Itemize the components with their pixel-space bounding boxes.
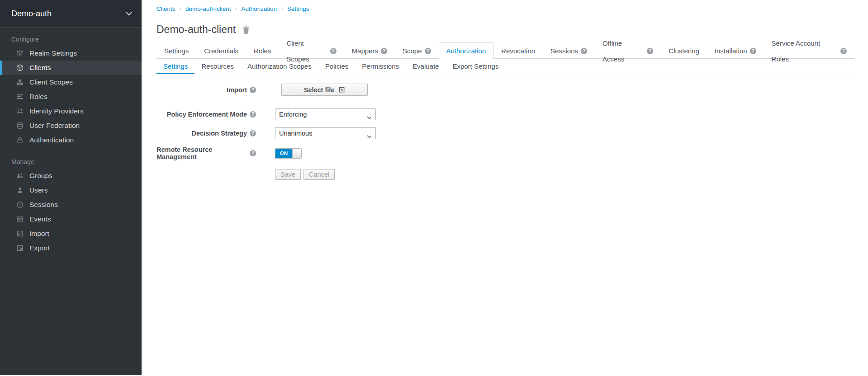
sidebar-item-users[interactable]: Users [0, 183, 142, 197]
arrows-swap-icon [16, 108, 24, 115]
export-icon [16, 244, 24, 252]
save-button[interactable]: Save [275, 169, 301, 180]
form-actions: Save Cancel [275, 168, 854, 180]
help-icon[interactable] [425, 48, 431, 54]
help-icon[interactable] [840, 48, 847, 54]
form-row-decision-strategy: Decision Strategy Unanimous [157, 127, 854, 139]
cube-icon [16, 64, 24, 71]
breadcrumb-link-authorization[interactable]: Authorization [241, 5, 277, 12]
import-icon [338, 86, 345, 93]
sidebar-item-label: Realm Settings [29, 49, 77, 57]
sidebar-item-clients[interactable]: Clients [0, 61, 142, 75]
group-icon [16, 172, 24, 179]
sidebar-item-label: Export [29, 244, 50, 252]
subtab-resources[interactable]: Resources [194, 59, 241, 74]
help-icon[interactable] [250, 87, 256, 93]
tab-installation[interactable]: Installation [707, 42, 764, 59]
help-icon[interactable] [381, 48, 387, 54]
breadcrumb-separator [179, 5, 181, 12]
tab-clustering[interactable]: Clustering [661, 42, 707, 59]
tab-offline-access[interactable]: Offline Access [595, 42, 661, 59]
tab-authorization[interactable]: Authorization [439, 42, 494, 59]
tab-revocation[interactable]: Revocation [493, 42, 543, 59]
breadcrumb-separator [281, 5, 283, 12]
cubes-icon [16, 79, 24, 86]
help-icon[interactable] [750, 48, 756, 54]
breadcrumb-link-settings[interactable]: Settings [287, 5, 309, 12]
calendar-icon [16, 216, 24, 223]
breadcrumb-link-client[interactable]: demo-auth-client [185, 5, 231, 12]
subtab-export-settings[interactable]: Export Settings [446, 59, 505, 74]
policy-enforcement-mode-label: Policy Enforcement Mode [157, 111, 275, 118]
sidebar-section-configure: Configure [11, 36, 142, 43]
sidebar-item-label: Roles [29, 93, 47, 101]
toggle-handle [292, 149, 301, 158]
tab-credentials[interactable]: Credentials [196, 42, 246, 59]
tab-roles[interactable]: Roles [246, 42, 279, 59]
chevron-down-icon [126, 12, 132, 16]
sidebar-item-import[interactable]: Import [0, 226, 142, 241]
subtab-authorization-scopes[interactable]: Authorization Scopes [241, 59, 318, 74]
trash-icon[interactable] [242, 25, 250, 34]
sidebar-item-label: Client Scopes [29, 78, 73, 86]
help-icon[interactable] [330, 48, 337, 54]
help-icon[interactable] [250, 111, 256, 118]
sidebar-item-label: Import [29, 230, 49, 238]
subtab-permissions[interactable]: Permissions [355, 59, 406, 74]
decision-strategy-label: Decision Strategy [157, 130, 275, 137]
select-file-button[interactable]: Select file [281, 84, 368, 96]
form-row-remote-resource-management: Remote Resource Management ON [157, 146, 854, 160]
help-icon[interactable] [581, 48, 587, 54]
help-icon[interactable] [250, 150, 256, 156]
main-content: Clients demo-auth-client Authorization S… [142, 0, 868, 376]
sidebar-item-label: Authentication [29, 136, 74, 144]
sidebar-item-sessions[interactable]: Sessions [0, 197, 142, 212]
sidebar-item-label: Groups [29, 172, 52, 180]
tab-scope[interactable]: Scope [395, 42, 439, 59]
toggle-on-label: ON [275, 149, 292, 158]
import-icon [16, 230, 24, 237]
help-icon[interactable] [647, 48, 653, 54]
policy-enforcement-mode-select[interactable]: Enforcing [275, 108, 376, 120]
decision-strategy-select[interactable]: Unanimous [275, 127, 376, 139]
sidebar-item-identity-providers[interactable]: Identity Providers [0, 104, 142, 118]
sidebar-nav-manage: Groups Users Sessions Events [0, 169, 142, 255]
breadcrumb-separator [235, 5, 237, 12]
tab-mappers[interactable]: Mappers [344, 42, 395, 59]
authorization-subtab-bar: Settings Resources Authorization Scopes … [157, 59, 854, 74]
remote-resource-management-toggle[interactable]: ON [275, 148, 302, 159]
tab-client-scopes[interactable]: Client Scopes [279, 42, 344, 59]
form-row-policy-enforcement-mode: Policy Enforcement Mode Enforcing [157, 108, 854, 120]
realm-selector[interactable]: Demo-auth [0, 0, 142, 28]
tab-sessions[interactable]: Sessions [543, 42, 595, 59]
tab-settings[interactable]: Settings [157, 42, 196, 59]
realm-name: Demo-auth [11, 9, 52, 19]
tab-service-account-roles[interactable]: Service Account Roles [764, 42, 854, 59]
sidebar-item-authentication[interactable]: Authentication [0, 133, 142, 147]
subtab-evaluate[interactable]: Evaluate [406, 59, 446, 74]
help-icon[interactable] [250, 130, 256, 136]
breadcrumb: Clients demo-auth-client Authorization S… [157, 5, 854, 12]
subtab-policies[interactable]: Policies [318, 59, 356, 74]
page-title: Demo-auth-client [157, 24, 854, 36]
sidebar-item-client-scopes[interactable]: Client Scopes [0, 75, 142, 89]
subtab-settings[interactable]: Settings [157, 59, 194, 74]
breadcrumb-link-clients[interactable]: Clients [157, 5, 175, 12]
sidebar-item-roles[interactable]: Roles [0, 89, 142, 104]
sidebar-item-groups[interactable]: Groups [0, 169, 142, 183]
sliders-icon [16, 50, 24, 57]
sidebar-item-export[interactable]: Export [0, 241, 142, 255]
sidebar-item-label: Identity Providers [29, 107, 84, 115]
import-label: Import [157, 86, 275, 94]
page-title-text: Demo-auth-client [157, 24, 236, 36]
cancel-button[interactable]: Cancel [304, 169, 335, 180]
sidebar-item-label: User Federation [29, 122, 80, 130]
sidebar-item-realm-settings[interactable]: Realm Settings [0, 46, 142, 61]
sidebar-item-user-federation[interactable]: User Federation [0, 118, 142, 133]
clock-icon [16, 201, 24, 208]
sidebar-item-events[interactable]: Events [0, 212, 142, 226]
sidebar-item-label: Users [29, 186, 47, 194]
sidebar-item-label: Sessions [29, 201, 58, 209]
user-icon [16, 187, 24, 194]
authorization-settings-form: Import Select file Policy Enforcement Mo… [157, 84, 854, 180]
